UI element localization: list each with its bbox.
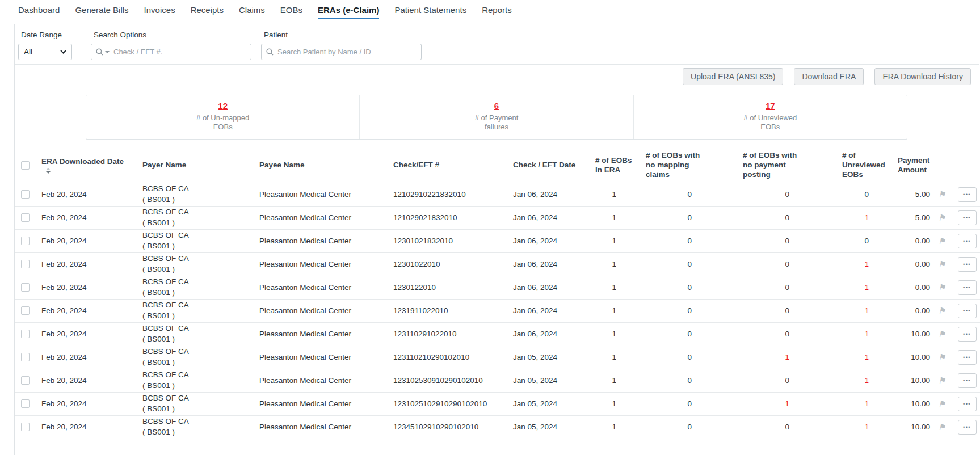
row-actions-button[interactable]: ••• (958, 280, 977, 295)
row-checkbox[interactable] (21, 330, 30, 338)
row-checkbox[interactable] (21, 306, 30, 315)
flag-icon[interactable]: ⚑ (937, 213, 947, 223)
payment-amount-cell: 10.00 (886, 346, 931, 369)
row-checkbox[interactable] (21, 237, 30, 245)
eobs-no-mapping-cell: 0 (633, 322, 709, 346)
era-table-body: Feb 20, 2024 BCBS OF CA ( BS001 ) Pleasa… (15, 183, 980, 439)
table-row: Feb 20, 2024 BCBS OF CA ( BS001 ) Pleasa… (15, 183, 980, 206)
unreviewed-eobs-count-link[interactable]: 17 (766, 101, 775, 111)
row-checkbox[interactable] (21, 283, 30, 292)
era-downloaded-date-cell: Feb 20, 2024 (40, 369, 137, 392)
row-actions-button[interactable]: ••• (958, 210, 977, 225)
check-eft-date-cell: Jan 05, 2024 (510, 369, 589, 392)
payee-name-cell: Pleasanton Medical Center (256, 183, 389, 206)
payment-amount-cell: 0.00 (886, 229, 931, 252)
row-checkbox[interactable] (21, 399, 30, 408)
payee-name-cell: Pleasanton Medical Center (256, 299, 389, 322)
flag-icon[interactable]: ⚑ (937, 189, 947, 200)
col-header-payee-name[interactable]: Payee Name (256, 148, 389, 183)
payee-name-cell: Pleasanton Medical Center (256, 392, 389, 415)
row-actions-button[interactable]: ••• (958, 373, 977, 388)
col-header-payer-name[interactable]: Payer Name (137, 148, 256, 183)
patient-search-input[interactable] (277, 48, 417, 56)
download-era-button[interactable]: Download ERA (794, 68, 864, 85)
check-eft-search-input[interactable] (113, 48, 246, 56)
table-row: Feb 20, 2024 BCBS OF CA ( BS001 ) Pleasa… (15, 276, 980, 299)
era-downloaded-date-cell: Feb 20, 2024 (40, 346, 137, 369)
nav-tab-generate-bills[interactable]: Generate Bills (75, 5, 128, 18)
col-header-era-downloaded-date[interactable]: ERA Downloaded Date (41, 157, 137, 166)
flag-icon[interactable]: ⚑ (937, 329, 947, 339)
era-download-history-button[interactable]: ERA Download History (874, 68, 971, 85)
col-header-payment-amount[interactable]: Payment Amount (886, 148, 931, 183)
row-checkbox[interactable] (21, 260, 30, 268)
check-eft-date-cell: Jan 06, 2024 (510, 252, 589, 276)
unmapped-eobs-count-link[interactable]: 12 (218, 101, 228, 111)
flag-icon[interactable]: ⚑ (937, 376, 947, 386)
eobs-no-mapping-cell: 0 (633, 415, 709, 439)
nav-tab-eras-e-claim[interactable]: ERAs (e-Claim) (318, 5, 379, 19)
row-actions-button[interactable]: ••• (958, 327, 977, 342)
flag-icon[interactable]: ⚑ (937, 422, 947, 432)
nav-tab-claims[interactable]: Claims (239, 5, 265, 18)
row-actions-button[interactable]: ••• (958, 304, 977, 318)
col-header-check-eft-number[interactable]: Check/EFT # (389, 148, 510, 183)
select-all-checkbox[interactable] (21, 161, 30, 170)
flag-icon[interactable]: ⚑ (937, 259, 947, 269)
row-actions-button[interactable]: ••• (958, 234, 977, 248)
patient-label: Patient (261, 31, 422, 39)
col-header-eobs-in-era[interactable]: # of EOBs in ERA (589, 148, 633, 183)
flag-icon[interactable]: ⚑ (937, 306, 947, 316)
nav-tab-patient-statements[interactable]: Patient Statements (394, 5, 466, 18)
unreviewed-eobs-cell: 0 (806, 183, 886, 206)
eobs-no-mapping-cell: 0 (633, 183, 709, 206)
sort-control (46, 168, 137, 174)
sort-ascending-icon[interactable] (46, 168, 51, 170)
nav-tab-dashboard[interactable]: Dashboard (18, 5, 60, 18)
col-header-check-eft-date[interactable]: Check / EFT Date (510, 148, 589, 183)
sort-descending-icon[interactable] (46, 171, 51, 174)
payer-name-cell: BCBS OF CA ( BS001 ) (137, 392, 256, 415)
upload-era-button[interactable]: Upload ERA (ANSI 835) (683, 68, 783, 85)
flag-icon[interactable]: ⚑ (937, 236, 947, 246)
unreviewed-eobs-cell: 1 (806, 346, 886, 369)
flag-icon[interactable]: ⚑ (937, 352, 947, 363)
search-options-label: Search Options (91, 31, 251, 39)
row-actions-button[interactable]: ••• (958, 397, 977, 411)
nav-tab-invoices[interactable]: Invoices (144, 5, 175, 18)
nav-tab-reports[interactable]: Reports (482, 5, 512, 18)
row-checkbox[interactable] (21, 213, 30, 222)
check-eft-number-cell: 123110291022010 (389, 322, 510, 346)
payment-failures-count-link[interactable]: 6 (494, 101, 499, 111)
row-checkbox[interactable] (21, 423, 30, 431)
eobs-no-posting-cell: 0 (709, 229, 806, 252)
row-actions-button[interactable]: ••• (958, 420, 977, 435)
filter-bar: Date Range All Search Options Patient (15, 24, 979, 64)
eobs-no-posting-cell: 0 (709, 299, 806, 322)
row-checkbox[interactable] (21, 376, 30, 385)
col-header-eobs-no-posting[interactable]: # of EOBs with no payment posting (709, 148, 806, 183)
row-actions-button[interactable]: ••• (958, 187, 977, 202)
eobs-no-posting-cell: 0 (709, 183, 806, 206)
flag-icon[interactable]: ⚑ (937, 399, 947, 409)
col-header-eobs-no-mapping[interactable]: # of EOBs with no mapping claims (633, 148, 709, 183)
check-eft-search-box (91, 44, 251, 60)
row-checkbox[interactable] (21, 353, 30, 361)
check-eft-number-cell: 1231911022010 (389, 299, 510, 322)
date-range-select[interactable]: All (18, 44, 72, 60)
eobs-in-era-cell: 1 (589, 392, 633, 415)
row-actions-button[interactable]: ••• (958, 350, 977, 365)
col-header-unreviewed-eobs[interactable]: # of Unreviewed EOBs (806, 148, 886, 183)
nav-tab-receipts[interactable]: Receipts (191, 5, 224, 18)
check-eft-number-cell: 1230122010 (389, 276, 510, 299)
nav-tab-eobs[interactable]: EOBs (280, 5, 302, 18)
top-navigation: Dashboard Generate Bills Invoices Receip… (0, 0, 980, 24)
row-checkbox[interactable] (21, 190, 30, 199)
row-actions-button[interactable]: ••• (958, 257, 977, 272)
search-type-caret-icon[interactable] (105, 51, 110, 53)
table-row: Feb 20, 2024 BCBS OF CA ( BS001 ) Pleasa… (15, 392, 980, 415)
payer-name-cell: BCBS OF CA ( BS001 ) (137, 346, 256, 369)
patient-search-box (261, 44, 422, 60)
flag-icon[interactable]: ⚑ (937, 283, 947, 293)
unreviewed-eobs-cell: 0 (806, 229, 886, 252)
